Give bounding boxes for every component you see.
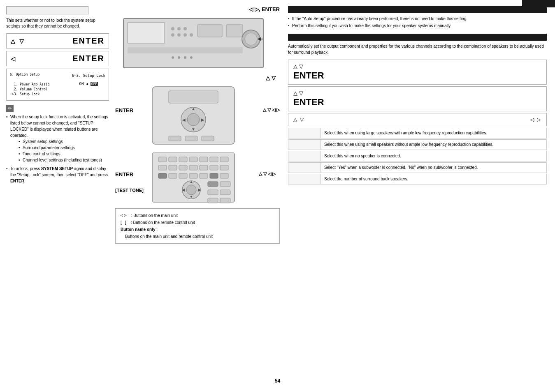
note-icon: ✏ xyxy=(6,105,14,112)
svg-rect-45 xyxy=(158,173,167,178)
enter-label-1: ENTER xyxy=(115,107,133,113)
svg-rect-44 xyxy=(220,165,228,170)
enter-label-2: ENTER xyxy=(115,171,133,178)
svg-rect-59 xyxy=(220,182,230,187)
legend-row1: < > : Buttons on the main unit xyxy=(121,212,274,219)
svg-rect-61 xyxy=(220,190,230,195)
right-bullet-2: Perform this setting if you wish to make… xyxy=(288,23,547,29)
svg-rect-35 xyxy=(200,157,208,162)
svg-rect-28 xyxy=(185,136,197,141)
svg-rect-27 xyxy=(169,136,181,141)
svg-rect-1 xyxy=(128,23,165,43)
svg-rect-46 xyxy=(169,173,177,178)
mid-column: ◁ ▷, ENTER xyxy=(111,4,284,388)
option-desc-5: Select the number of surround back speak… xyxy=(321,174,547,184)
svg-point-15 xyxy=(178,56,180,59)
svg-point-17 xyxy=(190,56,193,59)
svg-rect-34 xyxy=(189,157,197,162)
svg-rect-48 xyxy=(189,173,197,178)
svg-text:◀: ◀ xyxy=(182,118,186,122)
svg-point-14 xyxy=(172,56,174,59)
right-enter-2: ENTER xyxy=(293,97,324,108)
svg-rect-62 xyxy=(208,198,218,203)
svg-rect-13 xyxy=(128,47,243,53)
option-desc-2: Select this when using small speakers wi… xyxy=(321,139,547,150)
svg-rect-39 xyxy=(169,165,177,170)
svg-rect-36 xyxy=(210,157,218,162)
svg-point-12 xyxy=(245,33,257,45)
option-desc-1: Select this when using large speakers wi… xyxy=(321,128,547,138)
svg-rect-33 xyxy=(179,157,187,162)
option-row-2: Select this when using small speakers wi… xyxy=(288,139,547,150)
page-number: 54 xyxy=(275,378,280,384)
remote-svg-1: ▲ ▼ ◀ ▶ xyxy=(128,83,288,148)
svg-point-6 xyxy=(177,33,181,37)
right-symbols-2: △ ▽ xyxy=(293,90,303,96)
svg-rect-38 xyxy=(158,165,167,170)
svg-text:▲: ▲ xyxy=(190,180,193,184)
legend-row2: [ ] : Buttons on the remote control unit xyxy=(121,219,274,226)
right-btn-box-1: △ ▽ ENTER xyxy=(288,60,547,85)
remote-area-2: ENTER △ ▽ ◁ ▷ [TEST TONE] xyxy=(115,151,280,205)
top-enter-label: ◁ ▷, ENTER xyxy=(249,6,280,12)
right-symbols-1: △ ▽ xyxy=(293,63,303,69)
svg-rect-40 xyxy=(179,165,187,170)
svg-point-53 xyxy=(186,185,196,195)
test-tone-label: [TEST TONE] xyxy=(115,188,144,193)
top-device-area: ◁ ▷, ENTER xyxy=(115,6,280,81)
svg-rect-32 xyxy=(169,157,177,162)
btn-symbols-1: △ ▽ xyxy=(11,38,25,44)
options-table-container: Select this when using large speakers wi… xyxy=(288,128,547,184)
note-bullets: When the setup lock function is activate… xyxy=(6,114,109,184)
option-desc-4: Select "Yes" when a subwoofer is connect… xyxy=(321,162,547,173)
right-section-bar-1 xyxy=(288,6,547,13)
svg-point-7 xyxy=(183,33,187,37)
btn-enter-1: ENTER xyxy=(72,36,104,46)
svg-point-4 xyxy=(183,27,187,30)
option-desc-3: Select this when no speaker is connected… xyxy=(321,151,547,161)
section-input-bar xyxy=(6,6,88,14)
svg-rect-10 xyxy=(226,25,243,37)
tri-label-2: △ ▽ ◁ ▷ xyxy=(259,171,276,177)
svg-rect-47 xyxy=(179,173,187,178)
legend-box: < > : Buttons on the main unit [ ] : But… xyxy=(115,208,280,244)
svg-text:▶: ▶ xyxy=(198,188,201,192)
svg-point-2 xyxy=(171,27,174,30)
svg-point-5 xyxy=(171,33,174,37)
svg-text:▼: ▼ xyxy=(191,127,195,131)
left-desc: This sets whether or not to lock the sys… xyxy=(6,18,109,29)
right-column: If the "Auto Setup" procedure has alread… xyxy=(284,4,551,388)
remote-area-1: ENTER △ ▽ ◁ ▷ ▲ ▼ ◀ ▶ xyxy=(115,83,280,149)
remote-svg-2: ▲ ▼ ◀ ▶ xyxy=(128,151,288,204)
svg-text:▼: ▼ xyxy=(190,195,193,199)
svg-rect-51 xyxy=(220,173,228,178)
menu-display: 6. Option Setup 1. Power Amp Assig 2. Vo… xyxy=(6,69,109,101)
right-bullet-1: If the "Auto Setup" procedure has alread… xyxy=(288,16,547,22)
right-btn-box-2: △ ▽ ENTER xyxy=(288,86,547,111)
right-symbols-left: △ ▽ xyxy=(293,117,304,122)
right-section-bar-2 xyxy=(288,34,547,41)
btn-enter-2: ENTER xyxy=(72,54,104,63)
svg-text:◀: ◀ xyxy=(182,188,185,192)
option-row-1: Select this when using large speakers wi… xyxy=(288,128,547,138)
right-symbols-right: ◁ ▷ xyxy=(530,117,541,122)
tri-label-1: △ ▽ ◁ ▷ xyxy=(263,107,280,113)
svg-rect-29 xyxy=(202,136,214,141)
btn-row-2: ◁ ENTER xyxy=(6,51,109,66)
svg-point-3 xyxy=(177,27,181,30)
svg-rect-20 xyxy=(169,91,218,103)
svg-text:▶: ▶ xyxy=(201,118,204,122)
svg-point-16 xyxy=(184,56,186,59)
right-desc: Automatically set the output component a… xyxy=(288,43,547,55)
left-column: This sets whether or not to lock the sys… xyxy=(4,4,111,388)
svg-point-22 xyxy=(187,113,200,126)
svg-rect-42 xyxy=(200,165,208,170)
menu-right: 6–3. Setup Lock ON ◀ OFF xyxy=(72,72,105,97)
svg-text:▲: ▲ xyxy=(191,106,195,111)
svg-rect-43 xyxy=(210,165,218,170)
svg-point-8 xyxy=(190,33,193,37)
bullet-2: To unlock, press SYSTEM SETUP again and … xyxy=(6,166,109,184)
right-btn-box-3: △ ▽ ◁ ▷ xyxy=(288,113,547,126)
svg-rect-49 xyxy=(200,173,208,178)
option-row-4: Select "Yes" when a subwoofer is connect… xyxy=(288,162,547,173)
